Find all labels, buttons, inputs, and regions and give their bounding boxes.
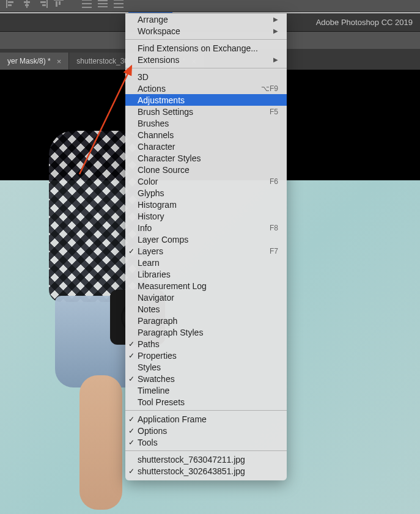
distribute-top-icon[interactable]	[79, 0, 94, 10]
menu-item-label: Character	[138, 142, 278, 152]
menu-item-label: Character Styles	[138, 153, 278, 163]
menu-item-label: Notes	[138, 304, 278, 314]
checkmark-icon: ✓	[128, 247, 134, 255]
svg-rect-12	[82, 0, 92, 1]
menu-item-label: Options	[138, 426, 278, 436]
menu-item-label: Paragraph Styles	[138, 328, 278, 337]
menu-item-shortcut: F5	[270, 108, 278, 116]
menu-item-label: Timeline	[138, 386, 278, 395]
svg-rect-20	[114, 7, 123, 8]
menu-item-label: Arrange	[138, 15, 273, 24]
menu-separator	[125, 410, 287, 411]
menu-item-paths[interactable]: ✓Paths	[125, 338, 287, 350]
menu-item-layers[interactable]: ✓LayersF7	[125, 245, 287, 257]
svg-rect-17	[98, 6, 108, 7]
menu-item-3d[interactable]: 3D	[125, 71, 287, 83]
svg-rect-11	[59, 1, 61, 5]
menu-item-label: Actions	[138, 84, 261, 94]
menu-item-info[interactable]: InfoF8	[125, 222, 287, 233]
menu-item-paragraph[interactable]: Paragraph	[125, 315, 287, 326]
menu-item-workspace[interactable]: Workspace▶	[125, 25, 287, 37]
menu-item-tool-presets[interactable]: Tool Presets	[125, 396, 287, 408]
svg-rect-2	[8, 4, 12, 6]
menu-item-properties[interactable]: ✓Properties	[125, 350, 287, 361]
options-bar	[0, 0, 420, 12]
svg-rect-0	[6, 0, 7, 8]
menu-item-histogram[interactable]: Histogram	[125, 199, 287, 210]
close-icon[interactable]: ×	[57, 57, 62, 65]
menu-item-label: Paragraph	[138, 316, 278, 326]
menu-item-label: Libraries	[138, 270, 278, 279]
svg-rect-5	[25, 4, 29, 6]
menu-item-label: Info	[138, 223, 270, 233]
submenu-arrow-icon: ▶	[273, 28, 278, 34]
svg-rect-15	[98, 0, 108, 1]
document-tab[interactable]: yer Mask/8) *×	[0, 53, 69, 70]
menu-item-shutterstock-763047211-jpg[interactable]: shutterstock_763047211.jpg	[125, 453, 287, 465]
menu-item-learn[interactable]: Learn	[125, 257, 287, 268]
menu-item-timeline[interactable]: Timeline	[125, 384, 287, 396]
menu-item-options[interactable]: ✓Options	[125, 425, 287, 436]
menu-item-adjustments[interactable]: Adjustments	[125, 94, 287, 106]
menu-item-find-extensions-on-exchange[interactable]: Find Extensions on Exchange...	[125, 42, 287, 54]
menu-item-paragraph-styles[interactable]: Paragraph Styles	[125, 326, 287, 338]
checkmark-icon: ✓	[128, 340, 134, 348]
menu-item-label: Navigator	[138, 293, 278, 303]
menu-item-label: shutterstock_302643851.jpg	[138, 466, 278, 476]
menu-item-label: Tool Presets	[138, 397, 278, 407]
align-horizontal-centers-icon[interactable]	[20, 0, 34, 10]
svg-rect-6	[46, 0, 48, 8]
checkmark-icon: ✓	[128, 438, 134, 447]
menu-item-swatches[interactable]: ✓Swatches	[125, 373, 287, 384]
menu-item-shortcut: F7	[270, 247, 278, 255]
menu-item-shortcut: F6	[270, 177, 278, 186]
align-top-edges-icon[interactable]	[51, 0, 66, 10]
menu-item-label: Brush Settings	[138, 107, 270, 117]
svg-rect-19	[114, 3, 123, 4]
menu-item-brush-settings[interactable]: Brush SettingsF5	[125, 106, 287, 117]
menu-item-libraries[interactable]: Libraries	[125, 268, 287, 280]
menu-item-extensions[interactable]: Extensions▶	[125, 54, 287, 65]
menu-item-character[interactable]: Character	[125, 141, 287, 152]
menu-item-actions[interactable]: Actions⌥F9	[125, 83, 287, 94]
svg-rect-4	[24, 1, 30, 3]
svg-rect-8	[42, 4, 46, 6]
menu-item-tools[interactable]: ✓Tools	[125, 436, 287, 448]
menu-item-color[interactable]: ColorF6	[125, 175, 287, 187]
menu-item-layer-comps[interactable]: Layer Comps	[125, 233, 287, 245]
menu-item-notes[interactable]: Notes	[125, 303, 287, 315]
menu-item-glyphs[interactable]: Glyphs	[125, 187, 287, 199]
menu-item-label: Clone Source	[138, 165, 278, 175]
align-right-edges-icon[interactable]	[35, 0, 50, 10]
menu-item-label: Channels	[138, 130, 278, 140]
align-left-edges-icon[interactable]	[4, 0, 18, 10]
menu-item-character-styles[interactable]: Character Styles	[125, 152, 287, 164]
menu-separator	[125, 68, 287, 68]
checkmark-icon: ✓	[128, 375, 134, 383]
menu-item-styles[interactable]: Styles	[125, 361, 287, 373]
checkmark-icon: ✓	[128, 427, 134, 435]
menu-item-measurement-log[interactable]: Measurement Log	[125, 280, 287, 292]
menu-item-clone-source[interactable]: Clone Source	[125, 164, 287, 175]
menu-item-label: Glyphs	[138, 188, 278, 198]
svg-rect-13	[82, 3, 92, 4]
menu-item-application-frame[interactable]: ✓Application Frame	[125, 413, 287, 425]
menu-item-navigator[interactable]: Navigator	[125, 292, 287, 303]
menu-item-history[interactable]: History	[125, 210, 287, 222]
menu-item-label: Histogram	[138, 200, 278, 210]
distribute-vertical-centers-icon[interactable]	[95, 0, 110, 10]
menu-item-channels[interactable]: Channels	[125, 129, 287, 141]
menu-item-label: Adjustments	[138, 95, 278, 105]
menu-separator	[125, 450, 287, 451]
menu-item-label: Color	[138, 177, 270, 186]
menu-item-label: 3D	[138, 72, 278, 82]
document-tab-label: shutterstock_30	[76, 57, 128, 65]
menu-item-brushes[interactable]: Brushes	[125, 117, 287, 129]
svg-rect-14	[82, 7, 92, 8]
submenu-arrow-icon: ▶	[273, 16, 278, 23]
distribute-bottom-icon[interactable]	[111, 0, 126, 10]
menu-item-label: Properties	[138, 351, 278, 361]
window-menu-dropdown: Arrange▶Workspace▶Find Extensions on Exc…	[125, 13, 287, 480]
menu-item-shutterstock-302643851-jpg[interactable]: ✓shutterstock_302643851.jpg	[125, 465, 287, 477]
menu-item-arrange[interactable]: Arrange▶	[125, 13, 287, 25]
